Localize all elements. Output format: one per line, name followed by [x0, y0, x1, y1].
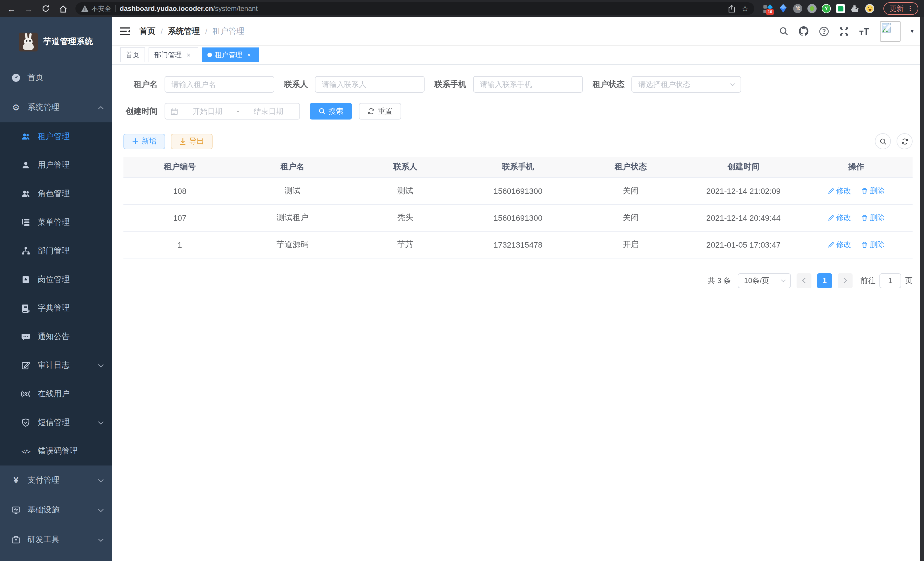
- online-signal-icon: [21, 390, 30, 399]
- extensions-puzzle-icon[interactable]: [850, 4, 860, 14]
- system-submenu: 租户管理 用户管理 角色管理 菜单管理 部门管理: [0, 122, 112, 465]
- sidebar-item-post[interactable]: 岗位管理: [0, 265, 112, 294]
- breadcrumb-system[interactable]: 系统管理: [168, 26, 200, 36]
- sidebar-item-system[interactable]: ⚙ 系统管理: [0, 93, 112, 122]
- sidebar-collapse-button[interactable]: [120, 27, 130, 36]
- mobile-input[interactable]: [473, 76, 583, 93]
- prev-page-button[interactable]: [796, 273, 812, 288]
- search-button[interactable]: 搜索: [310, 103, 352, 120]
- show-search-toggle-button[interactable]: [875, 133, 891, 149]
- header-search-icon[interactable]: [779, 26, 789, 36]
- edit-label: 修改: [836, 186, 851, 196]
- edit-link[interactable]: 修改: [828, 186, 851, 196]
- reset-button[interactable]: 重置: [359, 103, 401, 120]
- caret-down-icon[interactable]: ▾: [910, 27, 914, 35]
- close-icon[interactable]: ×: [245, 51, 253, 59]
- next-page-button[interactable]: [838, 273, 853, 288]
- extension-chat-icon[interactable]: [836, 4, 845, 13]
- search-icon: [879, 138, 886, 145]
- contact-input[interactable]: [315, 76, 424, 93]
- share-icon[interactable]: [728, 5, 736, 13]
- browser-back-button[interactable]: ←: [4, 2, 18, 15]
- sidebar-logo[interactable]: 芋道管理系统: [0, 17, 112, 63]
- breadcrumb-home[interactable]: 首页: [140, 26, 155, 36]
- bookmark-star-icon[interactable]: ☆: [741, 4, 748, 13]
- edit-link[interactable]: 修改: [828, 212, 851, 223]
- sidebar-item-role[interactable]: 角色管理: [0, 180, 112, 208]
- extension-kite-icon[interactable]: [778, 4, 788, 14]
- sidebar-item-notice[interactable]: 通知公告: [0, 323, 112, 351]
- extension-diamond-icon[interactable]: 10: [764, 4, 773, 14]
- cell-status: 开启: [574, 231, 687, 258]
- goto-page-input[interactable]: [879, 273, 901, 288]
- calendar-icon: [170, 107, 178, 115]
- avatar[interactable]: [880, 21, 901, 41]
- sidebar-item-infra[interactable]: 基础设施: [0, 495, 112, 525]
- filter-contact: 联系人: [284, 76, 424, 93]
- sidebar-item-sms[interactable]: 短信管理: [0, 408, 112, 437]
- tag-dept[interactable]: 部门管理 ×: [148, 47, 198, 62]
- create-time-range-picker[interactable]: 开始日期 - 结束日期: [165, 103, 300, 120]
- page-size-select[interactable]: 10条/页: [738, 273, 791, 288]
- close-icon[interactable]: ×: [184, 51, 193, 59]
- extension-y-icon[interactable]: Y: [822, 4, 831, 13]
- tag-home[interactable]: 首页: [120, 47, 145, 62]
- sidebar-item-dept[interactable]: 部门管理: [0, 237, 112, 265]
- more-vert-icon[interactable]: ⋮: [907, 5, 914, 13]
- forward-icon: →: [24, 4, 33, 14]
- extension-dot-icon[interactable]: [807, 4, 817, 13]
- browser-reload-button[interactable]: [39, 2, 52, 15]
- sidebar-item-label: 字典管理: [38, 303, 104, 313]
- sidebar-item-online-users[interactable]: 在线用户: [0, 380, 112, 408]
- goto-prefix: 前往: [861, 275, 875, 286]
- browser-update-button[interactable]: 更新 ⋮: [884, 2, 918, 15]
- page-number-1[interactable]: 1: [817, 273, 832, 288]
- chevron-down-icon: [98, 363, 104, 367]
- browser-forward-button[interactable]: →: [22, 2, 35, 15]
- github-icon[interactable]: [799, 26, 809, 37]
- cell-id: 108: [123, 177, 236, 204]
- security-chip[interactable]: 不安全: [81, 4, 111, 13]
- sidebar-item-user[interactable]: 用户管理: [0, 151, 112, 180]
- sidebar-item-menu[interactable]: 菜单管理: [0, 208, 112, 237]
- trash-icon: [861, 241, 868, 248]
- delete-link[interactable]: 删除: [861, 186, 885, 196]
- code-icon: </>: [21, 447, 30, 456]
- end-date-placeholder: 结束日期: [243, 106, 294, 116]
- tenant-name-input[interactable]: [165, 76, 274, 93]
- help-icon[interactable]: [819, 26, 830, 36]
- table-row: 108 测试 测试 15601691300 关闭 2021-12-14 21:0…: [123, 177, 913, 204]
- delete-link[interactable]: 删除: [861, 212, 885, 223]
- cell-name: 测试租户: [236, 204, 349, 231]
- sidebar-item-audit-log[interactable]: 审计日志: [0, 351, 112, 380]
- browser-home-button[interactable]: [56, 2, 70, 15]
- delete-label: 删除: [870, 186, 885, 196]
- sidebar-item-dev-tools[interactable]: 研发工具: [0, 525, 112, 555]
- address-bar[interactable]: 不安全 dashboard.yudao.iocoder.cn/system/te…: [75, 2, 754, 15]
- tenant-status-select[interactable]: 请选择租户状态: [632, 76, 741, 93]
- export-button[interactable]: 导出: [171, 134, 213, 149]
- sidebar-item-pay[interactable]: ¥ 支付管理: [0, 465, 112, 495]
- date-separator: -: [237, 107, 239, 116]
- sidebar-item-error-code[interactable]: </> 错误码管理: [0, 437, 112, 465]
- shield-check-icon: [21, 418, 30, 427]
- table-header-row: 租户编号 租户名 联系人 联系手机 租户状态 创建时间 操作: [123, 157, 913, 177]
- logo-image: [19, 32, 38, 51]
- edit-link[interactable]: 修改: [828, 239, 851, 250]
- dictionary-icon: [21, 304, 30, 313]
- edit-label: 修改: [836, 212, 851, 223]
- cell-actions: 修改 删除: [800, 177, 913, 204]
- add-button[interactable]: 新增: [123, 134, 165, 149]
- delete-link[interactable]: 删除: [861, 239, 885, 250]
- refresh-table-button[interactable]: [897, 133, 913, 149]
- extension-emoji-icon[interactable]: [865, 4, 874, 13]
- extension-command-icon[interactable]: ⌘: [793, 4, 802, 13]
- tag-tenant-active[interactable]: 租户管理 ×: [202, 47, 259, 62]
- sidebar-item-home[interactable]: 首页: [0, 63, 112, 93]
- font-size-icon[interactable]: [859, 27, 871, 36]
- fullscreen-icon[interactable]: [839, 26, 849, 36]
- sidebar-item-tenant[interactable]: 租户管理: [0, 122, 112, 151]
- tenant-table: 租户编号 租户名 联系人 联系手机 租户状态 创建时间 操作 108 测试: [123, 157, 913, 258]
- sidebar-item-dict[interactable]: 字典管理: [0, 294, 112, 323]
- extensions-row: 10 ⌘ Y: [760, 4, 878, 14]
